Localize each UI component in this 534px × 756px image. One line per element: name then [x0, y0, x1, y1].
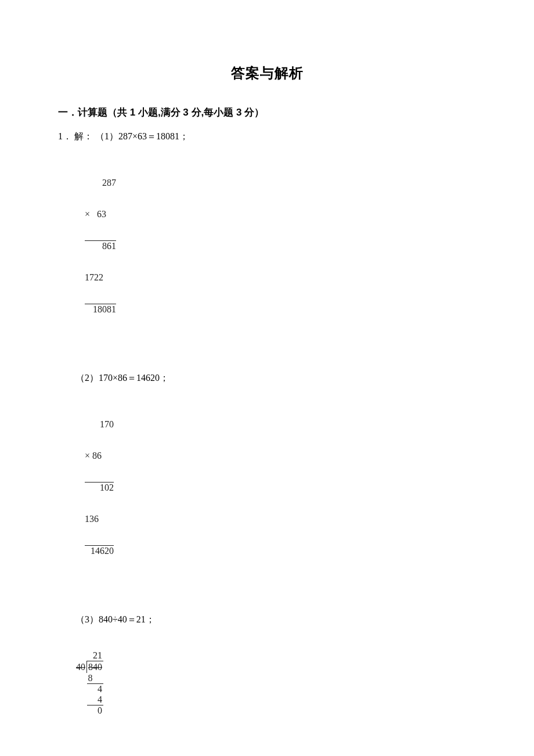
work-row: 136: [85, 514, 114, 524]
dividend: 840: [87, 661, 104, 673]
work-row: 102: [85, 482, 114, 493]
page-title: 答案与解析: [58, 64, 476, 82]
work-row: 0: [87, 705, 104, 716]
part3-label-line: （3）840÷40＝21；: [75, 614, 476, 626]
work-row: × 86: [85, 451, 114, 461]
solution-prefix: 解：: [74, 131, 93, 141]
work-row: 4: [87, 694, 104, 705]
work-row: 287: [85, 178, 116, 188]
section-header: 一．计算题（共 1 小题,满分 3 分,每小题 3 分）: [58, 106, 476, 119]
question-number: 1．: [58, 131, 72, 141]
part1-work: 287 × 63 861 1722 18081: [75, 146, 476, 346]
work-row: × 63: [85, 209, 116, 219]
work-row: 170: [85, 419, 114, 430]
divisor: 40: [75, 661, 87, 673]
part2-label-line: （2）170×86＝14620；: [75, 372, 476, 384]
quotient: 21: [87, 650, 104, 661]
work-row: 1722: [85, 272, 116, 283]
work-row: 14620: [85, 545, 114, 556]
part2-work: 170 × 86 102 136 14620: [75, 388, 476, 588]
part3-label: （3）840÷40＝21；: [75, 614, 155, 624]
part2-label: （2）170×86＝14620；: [75, 373, 169, 383]
question-line: 1． 解： （1）287×63＝18081；: [58, 131, 476, 143]
work-row: 18081: [85, 304, 116, 315]
work-row: 861: [85, 240, 116, 251]
work-row: 4: [87, 683, 104, 694]
part1-label: （1）287×63＝18081；: [95, 131, 189, 141]
part3-work: 21 40 840 8 4 4 0: [75, 629, 476, 737]
work-row: 8: [87, 673, 104, 684]
